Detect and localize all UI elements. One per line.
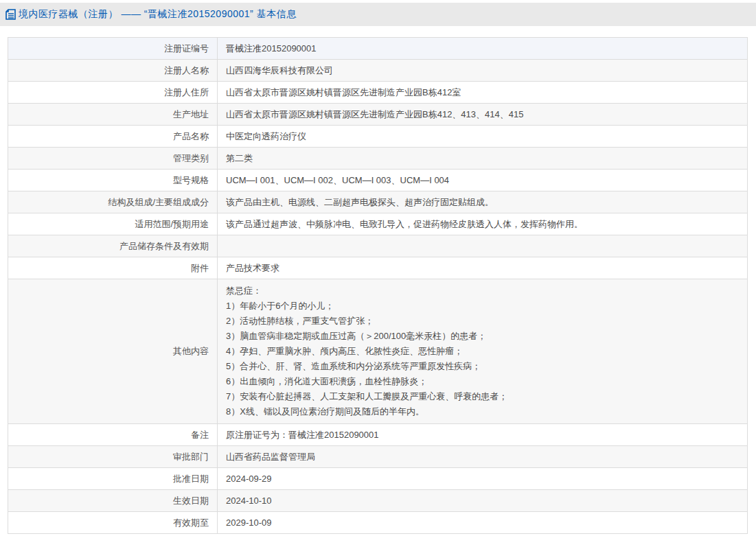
row-label: 生产地址 bbox=[8, 104, 218, 126]
table-row: 其他内容禁忌症：1）年龄小于6个月的小儿；2）活动性肺结核，严重支气管扩张；3）… bbox=[8, 279, 748, 424]
row-value: 2024-10-10 bbox=[218, 490, 748, 512]
content-line: 1）年龄小于6个月的小儿； bbox=[226, 299, 743, 314]
row-value: 产品技术要求 bbox=[218, 257, 748, 279]
page-title: 境内医疗器械（注册） —— “晋械注准20152090001” 基本信息 bbox=[19, 8, 297, 21]
content-line: 3）脑血管病非稳定期或血压过高（＞200/100毫米汞柱）的患者； bbox=[226, 329, 743, 344]
row-value: 该产品由主机、电源线、二副超声电极探头、超声治疗固定贴组成。 bbox=[218, 191, 748, 213]
row-label: 产品名称 bbox=[8, 126, 218, 148]
content-line: 4）孕妇、严重脑水肿、颅内高压、化脓性炎症、恶性肿瘤； bbox=[226, 344, 743, 359]
registration-info-table: 注册证编号晋械注准20152090001注册人名称山西四海华辰科技有限公司注册人… bbox=[8, 37, 748, 534]
table-row: 注册证编号晋械注准20152090001 bbox=[8, 38, 748, 60]
row-value: 晋械注准20152090001 bbox=[218, 38, 748, 60]
row-label: 管理类别 bbox=[8, 148, 218, 170]
row-label: 适用范围/预期用途 bbox=[8, 213, 218, 235]
row-label: 生效日期 bbox=[8, 490, 218, 512]
row-label: 注册人住所 bbox=[8, 82, 218, 104]
row-value bbox=[218, 235, 748, 257]
table-row: 注册人名称山西四海华辰科技有限公司 bbox=[8, 60, 748, 82]
row-label: 附件 bbox=[8, 257, 218, 279]
row-value: 2024-09-29 bbox=[218, 468, 748, 490]
row-label: 产品储存条件及有效期 bbox=[8, 235, 218, 257]
content-line: 8）X线、镭以及同位素治疗期间及随后的半年内。 bbox=[226, 404, 743, 419]
row-label: 其他内容 bbox=[8, 279, 218, 424]
row-value: 原注册证号为：晋械注准20152090001 bbox=[218, 424, 748, 446]
table-row: 结构及组成/主要组成成分该产品由主机、电源线、二副超声电极探头、超声治疗固定贴组… bbox=[8, 191, 748, 213]
table-row: 审批部门山西省药品监督管理局 bbox=[8, 446, 748, 468]
table-row: 批准日期2024-09-29 bbox=[8, 468, 748, 490]
content-line: 2）活动性肺结核，严重支气管扩张； bbox=[226, 314, 743, 329]
content-line: 7）安装有心脏起搏器、人工支架和人工瓣膜及严重心衰、呼衰的患者； bbox=[226, 389, 743, 404]
table-row: 附件产品技术要求 bbox=[8, 257, 748, 279]
document-icon bbox=[5, 9, 16, 20]
row-label: 注册人名称 bbox=[8, 60, 218, 82]
row-label: 备注 bbox=[8, 424, 218, 446]
row-label: 注册证编号 bbox=[8, 38, 218, 60]
table-row: 产品名称中医定向透药治疗仪 bbox=[8, 126, 748, 148]
row-label: 审批部门 bbox=[8, 446, 218, 468]
row-value: 第二类 bbox=[218, 148, 748, 170]
content-line: 禁忌症： bbox=[226, 283, 743, 299]
table-row: 注册人住所山西省太原市晋源区姚村镇晋源区先进制造产业园B栋412室 bbox=[8, 82, 748, 104]
row-value: 2029-10-09 bbox=[218, 512, 748, 534]
row-value: 山西省药品监督管理局 bbox=[218, 446, 748, 468]
registration-info-table-wrap: 注册证编号晋械注准20152090001注册人名称山西四海华辰科技有限公司注册人… bbox=[8, 37, 748, 534]
table-row: 生产地址山西省太原市晋源区姚村镇晋源区先进制造产业园B栋412、413、414、… bbox=[8, 104, 748, 126]
table-row: 备注原注册证号为：晋械注准20152090001 bbox=[8, 424, 748, 446]
row-value: 禁忌症：1）年龄小于6个月的小儿；2）活动性肺结核，严重支气管扩张；3）脑血管病… bbox=[218, 279, 748, 424]
content-line: 5）合并心、肝、肾、造血系统和内分泌系统等严重原发性疾病； bbox=[226, 359, 743, 374]
row-label: 型号规格 bbox=[8, 170, 218, 191]
row-value: 山西省太原市晋源区姚村镇晋源区先进制造产业园B栋412、413、414、415 bbox=[218, 104, 748, 126]
row-value: 该产品通过超声波、中频脉冲电、电致孔导入，促进药物经皮肤透入人体，发挥药物作用。 bbox=[218, 213, 748, 235]
table-row: 管理类别第二类 bbox=[8, 148, 748, 170]
content-line: 6）出血倾向，消化道大面积溃疡，血栓性静脉炎； bbox=[226, 374, 743, 389]
row-value: 山西四海华辰科技有限公司 bbox=[218, 60, 748, 82]
table-row: 生效日期2024-10-10 bbox=[8, 490, 748, 512]
row-label: 有效期至 bbox=[8, 512, 218, 534]
row-label: 结构及组成/主要组成成分 bbox=[8, 191, 218, 213]
table-row: 适用范围/预期用途该产品通过超声波、中频脉冲电、电致孔导入，促进药物经皮肤透入人… bbox=[8, 213, 748, 235]
table-row: 产品储存条件及有效期 bbox=[8, 235, 748, 257]
row-value: 山西省太原市晋源区姚村镇晋源区先进制造产业园B栋412室 bbox=[218, 82, 748, 104]
table-row: 有效期至2029-10-09 bbox=[8, 512, 748, 534]
table-row: 型号规格UCM—I 001、UCM—I 002、UCM—I 003、UCM—I … bbox=[8, 170, 748, 191]
row-value: 中医定向透药治疗仪 bbox=[218, 126, 748, 148]
row-value: UCM—I 001、UCM—I 002、UCM—I 003、UCM—I 004 bbox=[218, 170, 748, 191]
row-label: 批准日期 bbox=[8, 468, 218, 490]
page-header: 境内医疗器械（注册） —— “晋械注准20152090001” 基本信息 bbox=[0, 3, 756, 26]
